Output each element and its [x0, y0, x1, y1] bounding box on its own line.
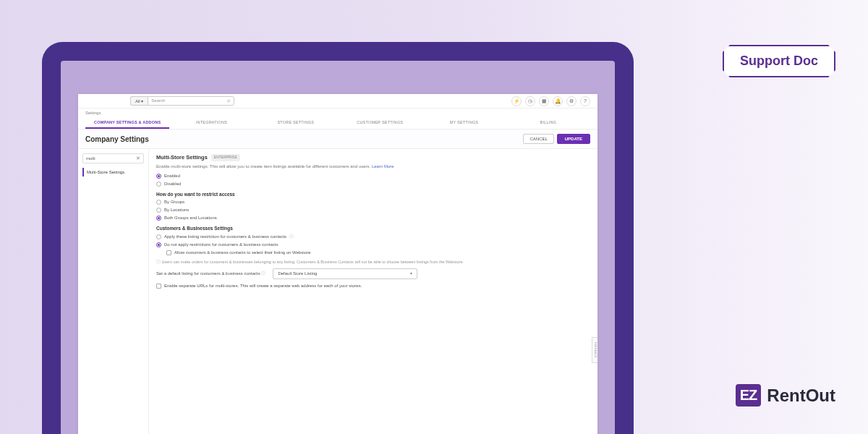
radio-icon: [156, 200, 161, 205]
radio-by-locations[interactable]: By Locations: [156, 207, 590, 213]
checkbox-label: Allow customers & business contacts to s…: [174, 250, 311, 256]
tab-billing[interactable]: BILLING: [506, 117, 590, 129]
info-icon[interactable]: ⓘ: [261, 271, 265, 276]
radio-icon: [156, 234, 161, 239]
tab-store-settings[interactable]: STORE SETTINGS: [254, 117, 338, 129]
topbar-icons: ⚡ ◷ ▦ 🔔 ⚙ ?: [511, 96, 590, 106]
sidebar-search-input[interactable]: multi ✕: [82, 153, 144, 163]
support-doc-badge: Support Doc: [723, 45, 835, 77]
breadcrumb: Settings: [78, 109, 597, 117]
select-value: Default Store Listing: [278, 271, 317, 277]
feedback-tab[interactable]: FEEDBACK: [592, 337, 597, 363]
desc-text: Enable multi-store settings. This will a…: [156, 164, 370, 169]
bolt-icon[interactable]: ⚡: [511, 96, 522, 106]
radio-both[interactable]: Both Groups and Locations: [156, 215, 590, 221]
section-title-row: Multi-Store Settings ENTERPRISE: [156, 153, 590, 162]
restrict-heading: How do you want to restrict access: [156, 191, 590, 198]
calendar-icon[interactable]: ▦: [539, 96, 549, 106]
settings-sidebar: multi ✕ Multi-Store Settings: [78, 149, 149, 434]
chevron-down-icon: ▾: [410, 271, 412, 277]
radio-icon: [156, 242, 161, 247]
radio-by-groups[interactable]: By Groups: [156, 199, 590, 205]
radio-icon: [156, 216, 161, 221]
brand-logo: EZ RentOut: [736, 384, 835, 407]
clear-icon[interactable]: ✕: [136, 156, 140, 161]
enterprise-badge: ENTERPRISE: [211, 154, 240, 161]
checkbox-separate-urls[interactable]: Enable separate URLs for multi-stores. T…: [156, 283, 590, 289]
bell-icon[interactable]: 🔔: [553, 96, 563, 106]
app-window: All ▾ Search ⚡ ◷ ▦ 🔔 ⚙ ? Settings COMPAN…: [78, 94, 597, 434]
tab-my-settings[interactable]: MY SETTINGS: [422, 117, 506, 129]
search-input[interactable]: Search: [148, 96, 234, 106]
default-listing-row: Set a default listing for customers & bu…: [156, 268, 590, 279]
tab-integrations[interactable]: INTEGRATIONS: [169, 117, 253, 129]
radio-apply-restrictions[interactable]: Apply these listing restriction for cust…: [156, 234, 590, 240]
page-header: Company Settings CANCEL UPDATE: [78, 129, 597, 149]
info-note: Users can make orders for customers & bu…: [156, 259, 590, 265]
cancel-button[interactable]: CANCEL: [523, 134, 553, 144]
radio-icon: [156, 182, 161, 187]
update-button[interactable]: UPDATE: [557, 134, 590, 144]
page-actions: CANCEL UPDATE: [523, 134, 590, 144]
search-group: All ▾ Search: [130, 96, 234, 106]
label-text: Set a default listing for customers & bu…: [156, 271, 260, 276]
radio-label: Disabled: [164, 181, 181, 187]
sidebar-search-value: multi: [86, 156, 95, 161]
info-icon[interactable]: ⓘ: [289, 234, 294, 240]
device-screen: All ▾ Search ⚡ ◷ ▦ 🔔 ⚙ ? Settings COMPAN…: [61, 61, 615, 434]
device-frame: All ▾ Search ⚡ ◷ ▦ 🔔 ⚙ ? Settings COMPAN…: [42, 42, 634, 434]
page-title: Company Settings: [85, 135, 149, 143]
checkbox-icon: [156, 284, 161, 289]
topbar: All ▾ Search ⚡ ◷ ▦ 🔔 ⚙ ?: [78, 94, 597, 109]
radio-label: Enabled: [164, 173, 180, 179]
tab-customer-settings[interactable]: CUSTOMER SETTINGS: [338, 117, 422, 129]
clock-icon[interactable]: ◷: [525, 96, 535, 106]
settings-tabs: COMPANY SETTINGS & ADDONS INTEGRATIONS S…: [78, 117, 597, 129]
radio-label: By Groups: [164, 199, 184, 205]
brand-text: RentOut: [767, 386, 835, 406]
checkbox-icon: [166, 250, 171, 255]
radio-label: By Locations: [164, 207, 189, 213]
sidebar-item-multistore[interactable]: Multi-Store Settings: [82, 168, 144, 176]
radio-label: Apply these listing restriction for cust…: [164, 234, 286, 240]
content-panel: Multi-Store Settings ENTERPRISE Enable m…: [149, 149, 597, 434]
learn-more-link[interactable]: Learn More: [372, 164, 394, 169]
section-title: Multi-Store Settings: [156, 154, 208, 161]
default-listing-select[interactable]: Default Store Listing ▾: [273, 268, 417, 279]
radio-disabled[interactable]: Disabled: [156, 181, 590, 187]
default-listing-label: Set a default listing for customers & bu…: [156, 271, 265, 277]
search-scope-dropdown[interactable]: All ▾: [130, 96, 148, 106]
radio-label: Both Groups and Locations: [164, 215, 217, 221]
cb-heading: Customers & Businesses Settings: [156, 225, 590, 232]
gear-icon[interactable]: ⚙: [566, 96, 576, 106]
radio-icon: [156, 174, 161, 179]
radio-donot-apply[interactable]: Do not apply restrictions for customers …: [156, 242, 590, 248]
checkbox-label: Enable separate URLs for multi-stores. T…: [164, 283, 362, 289]
radio-label: Do not apply restrictions for customers …: [164, 242, 278, 248]
section-description: Enable multi-store settings. This will a…: [156, 163, 590, 170]
checkbox-allow-webstore[interactable]: Allow customers & business contacts to s…: [166, 250, 590, 256]
tab-company-settings[interactable]: COMPANY SETTINGS & ADDONS: [85, 117, 169, 129]
radio-icon: [156, 208, 161, 213]
help-icon[interactable]: ?: [580, 96, 590, 106]
body: multi ✕ Multi-Store Settings Multi-Store…: [78, 149, 597, 434]
brand-icon: EZ: [736, 384, 762, 407]
radio-enabled[interactable]: Enabled: [156, 173, 590, 179]
